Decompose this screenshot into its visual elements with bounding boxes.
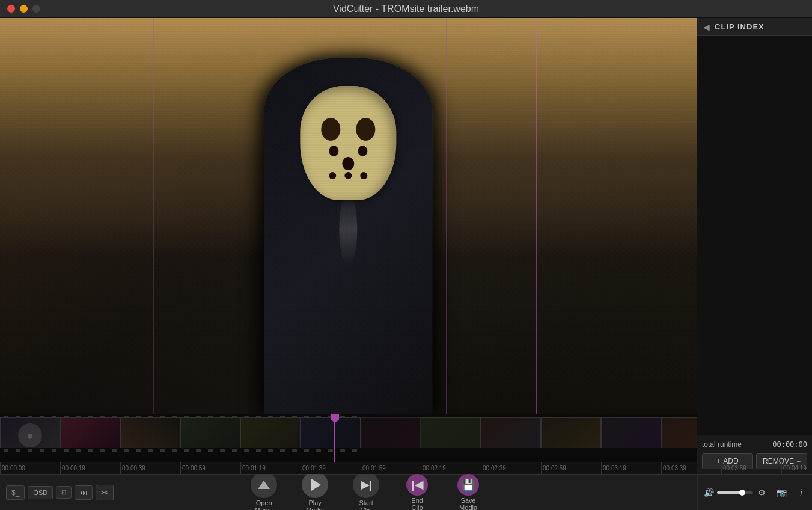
right-bottom-controls: 🔊 ⚙ 📷 i ☰ ⛶ xyxy=(697,474,812,510)
volume-icon: 🔊 xyxy=(704,488,714,497)
ruler-mark-6: 00:01:59 xyxy=(361,462,421,474)
start-clip-button[interactable]: ▶| StartClip xyxy=(342,469,390,511)
runtime-row: total runtime 00:00:00 xyxy=(702,440,807,449)
back-arrow[interactable]: ◀ xyxy=(703,22,710,32)
open-media-circle xyxy=(251,472,277,498)
main-area: TIME: 00:02:49.283 / 00:05:51.043 FRAME:… xyxy=(0,18,812,510)
ruler-mark-1: 00:00:19 xyxy=(60,462,120,474)
play-media-icon xyxy=(311,479,321,491)
play-media-label: PlayMedia xyxy=(306,499,324,511)
info-button[interactable]: i xyxy=(793,484,810,501)
ruler-mark-13: 00:04:19 xyxy=(781,462,812,474)
volume-fill xyxy=(717,491,742,494)
left-controls: $_ OSD ⊡ ⏭ ✂ xyxy=(6,485,114,500)
small-screen-button[interactable]: ⊡ xyxy=(56,486,72,499)
settings-button[interactable]: ⚙ xyxy=(753,484,770,501)
timeline-strip[interactable]: ● xyxy=(0,414,697,462)
camera-icon: 📷 xyxy=(777,488,787,497)
ruler-mark-5: 00:01:39 xyxy=(301,462,361,474)
end-clip-button[interactable]: |◀ EndClip xyxy=(393,471,441,511)
ruler-mark-9: 00:02:59 xyxy=(541,462,601,474)
ruler-mark-8: 00:02:39 xyxy=(481,462,541,474)
traffic-lights xyxy=(7,5,40,13)
clip-index-list xyxy=(697,36,812,435)
clip-index-header: ◀ CLIP INDEX xyxy=(697,18,812,36)
playhead[interactable] xyxy=(334,414,335,462)
skip-button[interactable]: ⏭ xyxy=(75,485,93,500)
ruler-mark-2: 00:00:39 xyxy=(120,462,180,474)
right-panel: ◀ CLIP INDEX total runtime 00:00:00 + AD… xyxy=(697,18,812,510)
open-media-icon xyxy=(258,481,270,489)
settings-icon: ⚙ xyxy=(758,488,766,497)
video-canvas xyxy=(0,18,697,414)
open-media-button[interactable]: OpenMedia xyxy=(240,469,288,511)
ruler-mark-12: 00:03:59 xyxy=(721,462,781,474)
timeline-ruler: 00:00:00 00:00:19 00:00:39 00:00:59 00:0… xyxy=(0,462,697,474)
save-media-button[interactable]: 💾 SaveMedia xyxy=(444,471,492,511)
volume-thumb xyxy=(739,490,745,496)
play-media-circle xyxy=(302,472,328,498)
save-media-label: SaveMedia xyxy=(459,497,477,511)
ruler-marks: 00:00:00 00:00:19 00:00:39 00:00:59 00:0… xyxy=(0,462,697,474)
info-icon: i xyxy=(800,488,802,497)
film-perfs-bottom xyxy=(0,448,697,453)
cut-button[interactable]: ✂ xyxy=(96,485,114,500)
ruler-mark-3: 00:00:59 xyxy=(180,462,240,474)
save-media-icon: 💾 xyxy=(462,478,475,491)
title-bar: VidCutter - TROMsite trailer.webm xyxy=(0,0,812,18)
clip-index-title: CLIP INDEX xyxy=(715,22,765,31)
save-media-circle: 💾 xyxy=(457,474,479,496)
camera-button[interactable]: 📷 xyxy=(773,484,790,501)
runtime-value: 00:00:00 xyxy=(772,440,807,449)
window-title: VidCutter - TROMsite trailer.webm xyxy=(333,4,479,14)
volume-control: 🔊 xyxy=(704,488,753,497)
left-panel: TIME: 00:02:49.283 / 00:05:51.043 FRAME:… xyxy=(0,18,697,510)
center-controls: OpenMedia PlayMedia ▶| xyxy=(240,469,492,511)
volume-slider[interactable] xyxy=(717,491,753,494)
open-media-label: OpenMedia xyxy=(255,499,273,511)
runtime-label: total runtime xyxy=(702,440,742,449)
maximize-button xyxy=(32,5,40,13)
ruler-mark-0: 00:00:00 xyxy=(0,462,60,474)
osd-button[interactable]: OSD xyxy=(28,486,53,499)
ruler-mark-11: 00:03:39 xyxy=(661,462,721,474)
end-clip-label: EndClip xyxy=(411,497,423,511)
minimize-button[interactable] xyxy=(20,5,28,13)
ruler-mark-4: 00:01:19 xyxy=(240,462,301,474)
ruler-mark-10: 00:03:19 xyxy=(601,462,661,474)
start-clip-icon: ▶| xyxy=(361,478,372,491)
start-clip-circle: ▶| xyxy=(353,472,379,498)
play-media-button[interactable]: PlayMedia xyxy=(291,469,339,511)
close-button[interactable] xyxy=(7,5,15,13)
right-icon-buttons: ⚙ 📷 i ☰ ⛶ xyxy=(753,484,812,501)
end-clip-circle: |◀ xyxy=(406,474,428,496)
bottom-controls: $_ OSD ⊡ ⏭ ✂ xyxy=(0,474,697,510)
terminal-button[interactable]: $_ xyxy=(6,485,25,500)
video-player[interactable]: TIME: 00:02:49.283 / 00:05:51.043 FRAME:… xyxy=(0,18,697,414)
end-clip-icon: |◀ xyxy=(412,478,423,491)
ruler-mark-7: 00:02:19 xyxy=(421,462,481,474)
start-clip-label: StartClip xyxy=(359,499,373,511)
